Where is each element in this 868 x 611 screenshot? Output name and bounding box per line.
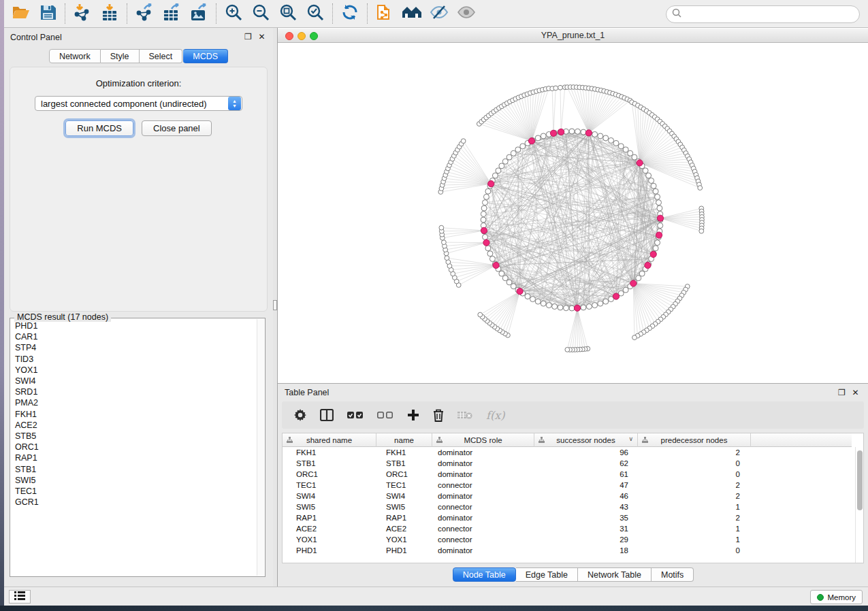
column-header-shared-name[interactable]: shared name <box>283 433 376 447</box>
satellite-node[interactable] <box>445 256 449 261</box>
ring-node[interactable] <box>485 188 491 194</box>
ring-node[interactable] <box>592 303 598 308</box>
deselect-all-button[interactable] <box>377 406 393 424</box>
run-mcds-button[interactable]: Run MCDS <box>65 120 133 136</box>
ring-node[interactable] <box>552 304 558 310</box>
mcds-result-item[interactable]: PMA2 <box>11 397 257 408</box>
split-divider-handle[interactable] <box>273 300 277 310</box>
table-row[interactable]: PHD1PHD1dominator180 <box>283 545 855 556</box>
ring-node[interactable] <box>636 276 641 281</box>
table-row[interactable]: FKH1FKH1dominator962 <box>283 447 855 458</box>
ring-node[interactable] <box>487 251 493 257</box>
mcds-result-item[interactable]: GCR1 <box>11 497 257 508</box>
table-scrollbar-thumb[interactable] <box>857 450 863 510</box>
tab-network-table[interactable]: Network Table <box>578 567 652 582</box>
ring-node[interactable] <box>581 129 586 135</box>
table-scrollbar[interactable] <box>855 447 863 563</box>
clone-network-button[interactable] <box>371 1 398 26</box>
ring-node[interactable] <box>608 137 613 143</box>
ring-node[interactable] <box>482 200 487 205</box>
ring-node[interactable] <box>646 173 652 178</box>
ring-node[interactable] <box>541 301 546 306</box>
create-column-button[interactable] <box>407 406 419 424</box>
satellite-node[interactable] <box>442 240 447 245</box>
float-panel-icon[interactable]: ❐ <box>244 33 253 42</box>
table-row[interactable]: RAP1RAP1dominator352 <box>283 512 855 523</box>
satellite-node[interactable] <box>565 347 570 352</box>
ring-node[interactable] <box>598 301 603 306</box>
task-history-button[interactable] <box>9 590 31 604</box>
mcds-result-item[interactable]: RAP1 <box>11 452 257 463</box>
ring-node[interactable] <box>651 183 656 188</box>
ring-node[interactable] <box>655 240 660 246</box>
select-all-button[interactable] <box>347 406 364 424</box>
ring-node[interactable] <box>482 234 487 240</box>
mcds-result-item[interactable]: CAR1 <box>11 331 257 342</box>
tab-node-table[interactable]: Node Table <box>453 567 516 582</box>
ring-node[interactable] <box>502 159 508 164</box>
mcds-result-item[interactable]: STP4 <box>11 342 257 353</box>
column-header-predecessor-nodes[interactable]: predecessor nodes <box>638 433 751 447</box>
ring-node[interactable] <box>618 144 624 149</box>
mcds-hub-node[interactable] <box>558 129 564 135</box>
ring-node[interactable] <box>603 135 609 141</box>
ring-node[interactable] <box>481 205 487 211</box>
mcds-hub-node[interactable] <box>493 262 499 268</box>
first-neighbors-button[interactable] <box>398 1 425 26</box>
memory-button[interactable]: Memory <box>810 590 863 604</box>
table-row[interactable]: YOX1YOX1connector291 <box>283 534 855 545</box>
delete-column-button[interactable] <box>433 406 444 424</box>
mcds-result-item[interactable]: SWI5 <box>11 475 257 486</box>
ring-node[interactable] <box>502 276 508 281</box>
search-box[interactable] <box>666 5 860 23</box>
zoom-fit-button[interactable] <box>274 1 302 26</box>
export-network-button[interactable] <box>131 1 158 26</box>
mcds-hub-node[interactable] <box>488 181 494 187</box>
ring-node[interactable] <box>657 205 662 211</box>
ring-node[interactable] <box>655 194 660 199</box>
ring-node[interactable] <box>511 284 516 289</box>
split-divider[interactable] <box>273 28 278 587</box>
ring-node[interactable] <box>515 147 521 152</box>
search-input[interactable] <box>681 7 859 21</box>
network-canvas[interactable] <box>278 43 868 381</box>
show-columns-button[interactable] <box>320 406 334 424</box>
float-panel-icon[interactable]: ❐ <box>837 389 846 397</box>
export-table-button[interactable] <box>158 1 185 26</box>
table-row[interactable]: ORC1ORC1dominator610 <box>283 469 855 480</box>
satellite-node[interactable] <box>553 86 558 90</box>
ring-node[interactable] <box>656 200 662 205</box>
ring-node[interactable] <box>546 303 551 308</box>
close-panel-button[interactable]: Close panel <box>142 120 212 136</box>
tab-select[interactable]: Select <box>140 49 183 63</box>
ring-node[interactable] <box>569 129 575 134</box>
satellite-node[interactable] <box>698 186 703 191</box>
mcds-result-item[interactable]: PHD1 <box>11 320 257 331</box>
tab-edge-table[interactable]: Edge Table <box>516 567 578 582</box>
ring-node[interactable] <box>581 305 586 310</box>
satellite-node[interactable] <box>478 312 483 317</box>
table-row[interactable]: STB1STB1dominator620 <box>283 458 855 469</box>
ring-node[interactable] <box>499 163 504 169</box>
column-header-successor-nodes[interactable]: successor nodes∨ <box>534 433 638 447</box>
table-row[interactable]: SWI5SWI5connector431 <box>283 501 855 512</box>
satellite-node[interactable] <box>632 335 637 340</box>
import-table-button[interactable] <box>96 1 123 26</box>
ring-node[interactable] <box>499 271 504 276</box>
column-header-name[interactable]: name <box>376 433 432 447</box>
column-header-mcds-role[interactable]: MCDS role <box>432 433 534 447</box>
mcds-hub-node[interactable] <box>481 227 487 233</box>
ring-node[interactable] <box>520 144 526 149</box>
function-builder-button[interactable]: f(x) <box>486 406 504 424</box>
tab-network[interactable]: Network <box>49 49 101 63</box>
ring-node[interactable] <box>541 133 546 139</box>
ring-node[interactable] <box>649 178 654 184</box>
import-network-button[interactable] <box>69 1 96 26</box>
mcds-hub-node[interactable] <box>585 130 592 136</box>
ring-node[interactable] <box>603 299 609 304</box>
ring-node[interactable] <box>530 297 536 302</box>
mcds-hub-node[interactable] <box>550 130 556 136</box>
network-graph[interactable] <box>278 43 868 381</box>
ring-node[interactable] <box>628 150 633 156</box>
mcds-result-item[interactable]: TEC1 <box>11 486 257 497</box>
